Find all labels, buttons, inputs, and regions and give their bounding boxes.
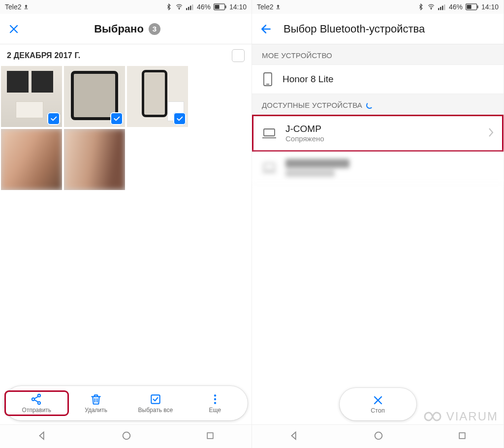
stop-button[interactable]: Стоп xyxy=(371,394,384,414)
nav-back[interactable] xyxy=(37,430,48,443)
section-label: МОЕ УСТРОЙСТВО xyxy=(262,51,332,60)
upload-icon xyxy=(275,4,281,10)
available-device-row[interactable]: J-COMP Сопряжено xyxy=(252,115,504,152)
my-device-row[interactable]: Honor 8 Lite xyxy=(252,65,504,94)
wifi-icon xyxy=(175,3,183,10)
app-header-right: Выбор Bluetooth-устройства xyxy=(252,14,504,44)
clock: 14:10 xyxy=(229,3,247,11)
photo-thumb[interactable] xyxy=(64,129,125,190)
send-button[interactable]: Отправить xyxy=(7,393,66,414)
svg-point-14 xyxy=(214,398,216,400)
device-status xyxy=(285,170,335,177)
battery-icon xyxy=(466,3,478,10)
svg-rect-3 xyxy=(188,7,189,10)
back-arrow-icon[interactable] xyxy=(260,23,273,35)
phone-right: Tele2 46% 14:10 Выбор Bluetooth-устройст… xyxy=(252,0,504,448)
svg-point-11 xyxy=(38,402,40,404)
svg-rect-25 xyxy=(477,5,478,8)
svg-rect-29 xyxy=(264,129,275,136)
nav-bar xyxy=(252,424,504,448)
delete-label: Удалить xyxy=(85,407,107,414)
available-device-row[interactable] xyxy=(252,152,504,184)
select-all-label: Выбрать все xyxy=(138,407,173,414)
phone-device-icon xyxy=(262,72,274,87)
svg-point-10 xyxy=(38,394,40,397)
signal-icon xyxy=(186,3,194,10)
check-icon xyxy=(110,112,123,125)
clock: 14:10 xyxy=(481,3,499,11)
svg-rect-5 xyxy=(192,4,193,10)
send-label: Отправить xyxy=(22,407,52,414)
select-all-icon xyxy=(149,393,162,406)
laptop-icon xyxy=(262,162,277,173)
device-name xyxy=(285,159,349,168)
available-devices-section: ДОСТУПНЫЕ УСТРОЙСТВА xyxy=(252,94,504,115)
photo-thumb[interactable] xyxy=(64,66,125,127)
svg-rect-23 xyxy=(444,4,445,10)
nav-back[interactable] xyxy=(289,430,300,443)
laptop-icon xyxy=(262,128,277,139)
device-status: Сопряжено xyxy=(285,134,324,143)
svg-rect-12 xyxy=(151,395,159,403)
date-row: 2 ДЕКАБРЯ 2017 Г. xyxy=(0,44,252,66)
svg-rect-7 xyxy=(225,5,226,8)
nav-home[interactable] xyxy=(121,430,132,443)
svg-point-15 xyxy=(214,402,216,404)
section-label: ДОСТУПНЫЕ УСТРОЙСТВА xyxy=(262,101,362,109)
device-name: J-COMP xyxy=(285,124,324,134)
upload-icon xyxy=(23,4,29,10)
nav-recent[interactable] xyxy=(457,431,467,443)
bluetooth-icon xyxy=(165,3,172,10)
more-label: Еще xyxy=(209,407,220,414)
svg-point-1 xyxy=(179,8,179,9)
nav-bar xyxy=(0,424,252,448)
svg-rect-32 xyxy=(459,433,465,439)
stop-toolbar: Стоп xyxy=(340,388,416,420)
share-icon xyxy=(30,393,43,406)
more-icon xyxy=(209,393,221,406)
photo-thumb[interactable] xyxy=(1,66,62,127)
photo-thumb[interactable] xyxy=(1,129,62,190)
close-icon xyxy=(372,394,384,406)
battery-pct: 46% xyxy=(197,3,211,11)
battery-icon xyxy=(214,3,226,10)
svg-point-31 xyxy=(375,432,382,439)
svg-rect-2 xyxy=(186,8,187,10)
selected-count-badge: 3 xyxy=(149,23,160,35)
check-icon xyxy=(173,112,186,125)
svg-rect-18 xyxy=(277,9,280,9)
app-header-left: Выбрано 3 xyxy=(0,14,252,44)
svg-rect-20 xyxy=(438,8,439,10)
chevron-right-icon xyxy=(488,128,494,139)
battery-pct: 46% xyxy=(449,3,463,11)
statusbar: Tele2 46% 14:10 xyxy=(0,0,252,14)
select-all-checkbox[interactable] xyxy=(232,49,245,62)
my-device-section: МОЕ УСТРОЙСТВО xyxy=(252,44,504,65)
carrier-label: Tele2 xyxy=(5,3,21,11)
svg-rect-30 xyxy=(264,163,275,170)
trash-icon xyxy=(90,393,102,406)
svg-rect-26 xyxy=(467,5,471,9)
photo-thumb[interactable] xyxy=(127,66,188,127)
statusbar: Tele2 46% 14:10 xyxy=(252,0,504,14)
my-device-name: Honor 8 Lite xyxy=(283,74,334,85)
action-toolbar: Отправить Удалить Выбрать все Еще xyxy=(4,386,248,420)
select-all-button[interactable]: Выбрать все xyxy=(126,393,186,414)
svg-rect-0 xyxy=(25,9,28,9)
svg-rect-17 xyxy=(207,433,213,439)
carrier-label: Tele2 xyxy=(257,3,273,11)
svg-point-13 xyxy=(214,394,216,396)
scan-spinner-icon xyxy=(366,102,373,109)
stop-label: Стоп xyxy=(371,407,384,414)
date-label: 2 ДЕКАБРЯ 2017 Г. xyxy=(7,51,80,60)
nav-recent[interactable] xyxy=(205,431,215,443)
more-button[interactable]: Еще xyxy=(185,393,245,414)
nav-home[interactable] xyxy=(373,430,384,443)
page-title: Выбрано xyxy=(94,23,144,35)
svg-rect-4 xyxy=(190,6,191,10)
svg-rect-8 xyxy=(215,5,219,9)
page-title: Выбор Bluetooth-устройства xyxy=(284,23,425,35)
delete-button[interactable]: Удалить xyxy=(66,393,126,414)
bluetooth-icon xyxy=(417,3,424,10)
check-icon xyxy=(47,112,60,125)
